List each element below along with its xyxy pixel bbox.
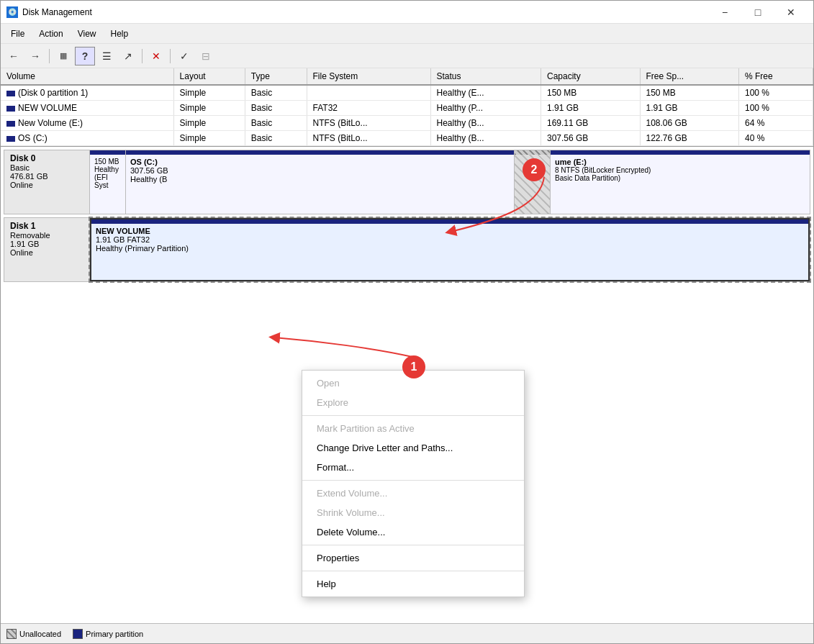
ctx-separator-4 — [302, 571, 524, 571]
disk0-partition-efi[interactable]: 150 MB Healthy (EFI Syst — [90, 150, 126, 214]
menu-bar: File Action View Help — [1, 24, 813, 44]
table-row[interactable]: (Disk 0 partition 1) Simple Basic Health… — [1, 85, 813, 101]
menu-view[interactable]: View — [71, 26, 104, 42]
disk-graphics-area: Disk 0 Basic 476.81 GB Online 150 MB Hea… — [1, 147, 813, 623]
back-button[interactable]: ← — [4, 47, 24, 65]
context-menu: Open Explore Mark Partition as Active Ch… — [302, 370, 525, 597]
toolbar-separator-2 — [142, 49, 143, 63]
ctx-change-letter[interactable]: Change Drive Letter and Paths... — [302, 438, 524, 458]
ctx-separator-2 — [302, 480, 524, 481]
legend-unallocated: Unallocated — [6, 629, 61, 639]
col-pct[interactable]: % Free — [739, 68, 813, 85]
table-row[interactable]: New Volume (E:) Simple Basic NTFS (BitLo… — [1, 116, 813, 131]
table-row[interactable]: NEW VOLUME Simple Basic FAT32 Healthy (P… — [1, 101, 813, 116]
col-capacity[interactable]: Capacity — [541, 68, 641, 85]
col-free[interactable]: Free Sp... — [640, 68, 739, 85]
table-row[interactable]: OS (C:) Simple Basic NTFS (BitLo... Heal… — [1, 131, 813, 146]
toolbar-separator-1 — [49, 49, 50, 63]
status-bar: Unallocated Primary partition — [1, 623, 813, 643]
ctx-separator-3 — [302, 545, 524, 545]
col-layout[interactable]: Layout — [173, 68, 245, 85]
ctx-help[interactable]: Help — [302, 574, 524, 594]
check-button[interactable]: ✓ — [174, 47, 194, 65]
maximize-button[interactable]: □ — [741, 1, 774, 24]
primary-partition-icon — [73, 629, 83, 639]
ctx-separator-1 — [302, 415, 524, 416]
launch-button[interactable]: ↗ — [118, 47, 138, 65]
legend-primary: Primary partition — [73, 629, 143, 639]
volume-table: Volume Layout Type File System Status Ca… — [1, 68, 813, 146]
close-button[interactable]: ✕ — [774, 1, 808, 24]
minimize-button[interactable]: − — [708, 1, 741, 24]
disk0-partitions: 150 MB Healthy (EFI Syst OS (C:) 307.56 … — [90, 150, 810, 214]
annotation-2: 2 — [523, 158, 546, 181]
ctx-shrink: Shrink Volume... — [302, 503, 524, 522]
disk1-label: Disk 1 Removable 1.91 GB Online — [4, 217, 90, 282]
app-icon: 💿 — [6, 6, 18, 18]
menu-help[interactable]: Help — [104, 26, 136, 42]
ctx-delete[interactable]: Delete Volume... — [302, 522, 524, 542]
col-volume[interactable]: Volume — [1, 68, 173, 85]
toolbar-separator-3 — [170, 49, 171, 63]
forward-button[interactable]: → — [25, 47, 45, 65]
ctx-explore: Explore — [302, 393, 524, 412]
ctx-mark-active: Mark Partition as Active — [302, 419, 524, 438]
annotation-1: 1 — [402, 355, 425, 378]
col-fs[interactable]: File System — [307, 68, 430, 85]
window-title: Disk Management — [22, 7, 708, 17]
unallocated-icon — [6, 629, 17, 639]
ctx-properties[interactable]: Properties — [302, 548, 524, 568]
toolbar: ← → ▦ ? ☰ ↗ ✕ ✓ ⊟ — [1, 44, 813, 68]
menu-file[interactable]: File — [4, 26, 32, 42]
title-bar-controls: − □ ✕ — [708, 1, 808, 24]
disk1-partitions: NEW VOLUME 1.91 GB FAT32 Healthy (Primar… — [90, 217, 810, 282]
settings-button: ⊟ — [196, 47, 216, 65]
ctx-format[interactable]: Format... — [302, 458, 524, 477]
disk0-partition-os[interactable]: OS (C:) 307.56 GB Healthy (B — [126, 150, 515, 214]
disk0-row: Disk 0 Basic 476.81 GB Online 150 MB Hea… — [4, 150, 810, 214]
showhide-button[interactable]: ▦ — [53, 47, 73, 65]
disk0-partition-e[interactable]: ume (E:) 8 NTFS (BitLocker Encrypted) Ba… — [551, 150, 810, 214]
main-window: 💿 Disk Management − □ ✕ File Action View… — [0, 0, 814, 644]
help-toolbar-button[interactable]: ? — [75, 47, 95, 65]
disk0-label: Disk 0 Basic 476.81 GB Online — [4, 150, 90, 214]
properties-button[interactable]: ☰ — [96, 47, 117, 65]
title-bar: 💿 Disk Management − □ ✕ — [1, 1, 813, 24]
disk1-row: Disk 1 Removable 1.91 GB Online NEW VOLU… — [4, 217, 810, 282]
volume-table-area: Volume Layout Type File System Status Ca… — [1, 68, 813, 147]
delete-button[interactable]: ✕ — [146, 47, 166, 65]
ctx-extend: Extend Volume... — [302, 484, 524, 503]
col-status[interactable]: Status — [430, 68, 541, 85]
disk1-partition-new-volume[interactable]: NEW VOLUME 1.91 GB FAT32 Healthy (Primar… — [90, 218, 810, 281]
menu-action[interactable]: Action — [32, 26, 70, 42]
col-type[interactable]: Type — [245, 68, 307, 85]
